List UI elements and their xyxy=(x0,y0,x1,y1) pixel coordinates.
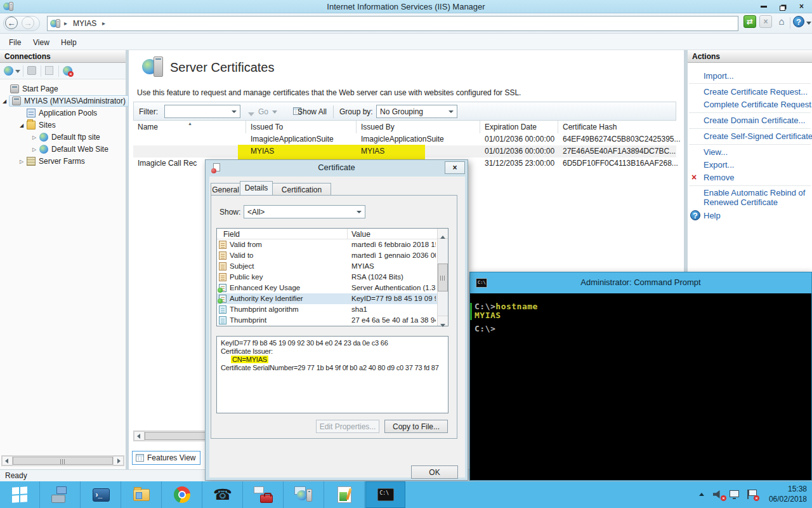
remove-connection-icon[interactable]: × xyxy=(63,66,72,76)
admin-toolbox-button[interactable] xyxy=(244,481,284,508)
menu-file[interactable]: File xyxy=(5,37,25,48)
minimize-button[interactable] xyxy=(754,0,773,13)
table-row[interactable]: ImagicleApplicationSuite ImagicleApplica… xyxy=(133,133,676,145)
sidebar-item-default-web-site[interactable]: ▷ Default Web Site xyxy=(39,144,108,155)
action-export[interactable]: Export... xyxy=(704,160,734,170)
action-create-certificate-request[interactable]: Create Certificate Request... xyxy=(704,87,808,97)
list-item-selected[interactable]: Authority Key IdentifierKeyID=77 f9 b8 4… xyxy=(217,293,437,304)
scroll-down-icon[interactable] xyxy=(438,316,448,326)
connect-server-icon[interactable] xyxy=(4,66,13,76)
scroll-thumb[interactable] xyxy=(13,457,113,465)
tab-features-view[interactable]: Features View xyxy=(132,451,200,465)
scroll-left-icon[interactable] xyxy=(2,456,13,465)
window-titlebar[interactable]: Internet Information Services (IIS) Mana… xyxy=(0,0,812,13)
file-explorer-button[interactable] xyxy=(122,481,162,508)
sidebar-item-default-ftp-site[interactable]: ▷ Default ftp site xyxy=(39,131,100,143)
close-button[interactable]: × xyxy=(792,0,811,13)
restore-button[interactable] xyxy=(773,0,792,13)
ok-button[interactable]: OK xyxy=(411,465,458,479)
filter-input[interactable] xyxy=(164,105,240,118)
list-item[interactable]: Valid frommartedì 6 febbraio 2018 15:35.… xyxy=(217,239,437,250)
action-create-self-signed-certificate[interactable]: Create Self-Signed Certificate... xyxy=(704,131,812,141)
help-icon[interactable]: ? xyxy=(793,16,804,27)
sidebar-item-start-page[interactable]: Start Page xyxy=(10,83,58,95)
action-complete-certificate-request[interactable]: Complete Certificate Request... xyxy=(704,100,812,109)
show-all-button[interactable]: Show All xyxy=(298,107,327,116)
copy-to-file-button[interactable]: Copy to File... xyxy=(384,420,448,433)
dialog-close-button[interactable]: × xyxy=(445,161,465,174)
scroll-right-icon[interactable] xyxy=(113,456,124,465)
list-vscrollbar[interactable] xyxy=(437,229,448,326)
action-center-flag-icon[interactable]: × xyxy=(746,490,757,500)
help-dropdown-icon[interactable] xyxy=(806,22,811,25)
tree-expanded-icon[interactable]: ◢ xyxy=(20,123,26,128)
sidebar-item-server-farms[interactable]: ▷ Server Farms xyxy=(27,156,85,167)
scroll-up-icon[interactable] xyxy=(438,229,448,239)
menu-view[interactable]: View xyxy=(29,37,53,48)
chrome-button[interactable] xyxy=(162,481,202,508)
back-icon[interactable]: ← xyxy=(5,17,18,29)
breadcrumb[interactable]: ▸ MYIAS ▸ xyxy=(47,16,738,31)
action-view[interactable]: View... xyxy=(704,147,728,157)
sidebar-item-application-pools[interactable]: Application Pools xyxy=(27,107,97,119)
column-header-name[interactable]: Name ▲ xyxy=(133,121,246,133)
phone-app-button[interactable]: ☎ xyxy=(203,481,243,508)
network-icon[interactable] xyxy=(730,490,741,500)
iis-manager-button[interactable] xyxy=(284,481,324,508)
list-item[interactable]: Thumbprint algorithmsha1 xyxy=(217,304,437,315)
terminal-screen[interactable]: C:\>hostname MYIAS C:\> xyxy=(470,293,811,480)
command-prompt-window[interactable]: C:\ Administrator: Command Prompt C:\>ho… xyxy=(469,272,812,481)
server-manager-button[interactable] xyxy=(41,481,81,508)
certificate-dialog[interactable]: Certificate × General Details Certificat… xyxy=(205,159,468,481)
column-header-hash[interactable]: Certificate Hash xyxy=(558,121,676,133)
tab-details[interactable]: Details xyxy=(240,181,273,195)
action-remove[interactable]: Remove xyxy=(704,173,734,182)
action-enable-rebind[interactable]: Enable Automatic Rebind of Renewed Certi… xyxy=(704,188,808,207)
editor-app-button[interactable] xyxy=(325,481,365,508)
tree-expanded-icon[interactable]: ◢ xyxy=(3,98,9,104)
action-import[interactable]: Import... xyxy=(704,71,734,81)
scroll-left-icon[interactable] xyxy=(134,431,145,441)
list-item[interactable]: Public keyRSA (1024 Bits) xyxy=(217,272,437,283)
list-item[interactable]: Thumbprint27 e4 6a 5e 40 af 1a 38 94 dc … xyxy=(217,315,437,326)
stop-icon[interactable]: × xyxy=(759,15,772,28)
powershell-button[interactable]: ›_ xyxy=(81,481,121,508)
breadcrumb-path[interactable]: MYIAS xyxy=(73,19,96,28)
tree-collapsed-icon[interactable]: ▷ xyxy=(20,159,26,164)
taskbar-clock[interactable]: 15:38 06/02/2018 xyxy=(769,484,807,504)
volume-muted-icon[interactable]: × xyxy=(713,490,724,500)
list-item[interactable]: Valid tomartedì 1 gennaio 2036 00:00... xyxy=(217,250,437,261)
menu-help[interactable]: Help xyxy=(57,37,81,48)
tree-collapsed-icon[interactable]: ▷ xyxy=(32,147,39,152)
column-header-issued-by[interactable]: Issued By xyxy=(357,121,480,133)
column-header-issued-to[interactable]: Issued To xyxy=(246,121,357,133)
show-hidden-icons[interactable] xyxy=(699,493,704,496)
group-by-select[interactable]: No Grouping xyxy=(376,105,457,118)
edit-properties-button[interactable]: Edit Properties... xyxy=(316,420,379,433)
column-header-expiration[interactable]: Expiration Date xyxy=(480,121,558,133)
action-help[interactable]: Help xyxy=(704,211,721,220)
rename-icon[interactable] xyxy=(45,66,53,75)
forward-icon[interactable]: → xyxy=(22,17,34,29)
start-button[interactable] xyxy=(0,481,40,508)
save-connections-icon[interactable] xyxy=(27,66,36,75)
go-button[interactable]: Go xyxy=(258,107,268,116)
tab-general[interactable]: General xyxy=(211,183,240,195)
action-create-domain-certificate[interactable]: Create Domain Certificate... xyxy=(704,116,805,125)
go-dropdown-icon[interactable] xyxy=(272,110,277,114)
show-select[interactable]: <All> xyxy=(244,205,365,218)
tab-certification-path[interactable]: Certification Path xyxy=(272,183,331,195)
cmd-titlebar[interactable]: C:\ Administrator: Command Prompt xyxy=(470,272,811,293)
tree-collapsed-icon[interactable]: ▷ xyxy=(32,135,39,140)
certificate-fields-list[interactable]: Field Value Valid frommartedì 6 febbraio… xyxy=(216,228,449,326)
home-icon[interactable]: ⌂ xyxy=(775,15,788,28)
list-item[interactable]: SubjectMYIAS xyxy=(217,261,437,272)
connect-dropdown-icon[interactable] xyxy=(15,70,20,73)
sidebar-item-sites[interactable]: ◢ Sites xyxy=(27,119,56,131)
connections-hscrollbar[interactable] xyxy=(1,455,124,466)
list-item[interactable]: Enhanced Key UsageServer Authentication … xyxy=(217,283,437,293)
field-detail-text[interactable]: KeyID=77 f9 b8 45 19 09 92 30 b4 e0 24 2… xyxy=(216,336,449,413)
refresh-icon[interactable]: ⇄ xyxy=(743,15,756,28)
scroll-thumb[interactable] xyxy=(438,264,448,291)
cmd-taskbar-button[interactable]: C:\ xyxy=(365,481,405,508)
